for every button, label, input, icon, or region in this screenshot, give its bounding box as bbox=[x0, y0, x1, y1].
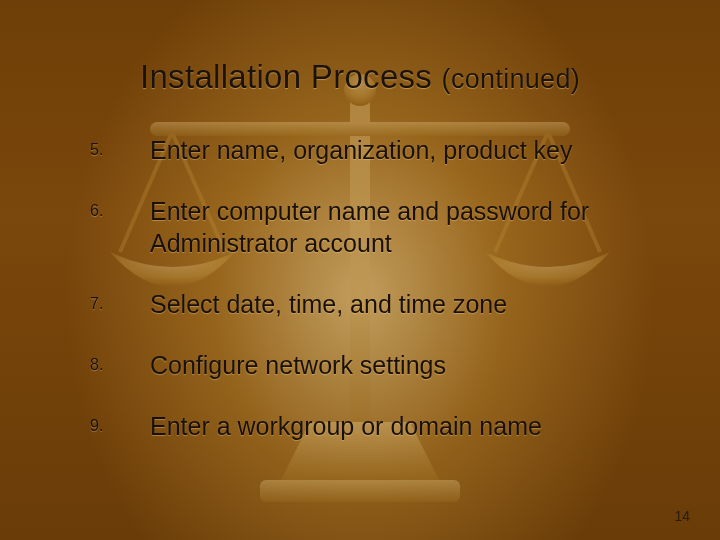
item-number: 6. bbox=[90, 196, 150, 220]
page-number: 14 bbox=[674, 508, 690, 524]
item-text: Enter computer name and password for Adm… bbox=[150, 196, 660, 259]
item-text: Enter name, organization, product key bbox=[150, 135, 572, 166]
list-item: 8. Configure network settings bbox=[90, 350, 660, 381]
item-text: Enter a workgroup or domain name bbox=[150, 411, 542, 442]
slide-title: Installation Process (continued) bbox=[0, 58, 720, 96]
list-item: 5. Enter name, organization, product key bbox=[90, 135, 660, 166]
item-text: Select date, time, and time zone bbox=[150, 289, 507, 320]
list-item: 7. Select date, time, and time zone bbox=[90, 289, 660, 320]
item-number: 7. bbox=[90, 289, 150, 313]
list-item: 9. Enter a workgroup or domain name bbox=[90, 411, 660, 442]
svg-rect-2 bbox=[150, 122, 570, 136]
item-number: 9. bbox=[90, 411, 150, 435]
item-number: 8. bbox=[90, 350, 150, 374]
slide: Installation Process (continued) 5. Ente… bbox=[0, 0, 720, 540]
item-text: Configure network settings bbox=[150, 350, 446, 381]
item-number: 5. bbox=[90, 135, 150, 159]
title-sub: (continued) bbox=[442, 64, 580, 94]
bullet-list: 5. Enter name, organization, product key… bbox=[90, 135, 660, 473]
svg-rect-3 bbox=[260, 480, 460, 502]
title-main: Installation Process bbox=[140, 58, 432, 95]
list-item: 6. Enter computer name and password for … bbox=[90, 196, 660, 259]
